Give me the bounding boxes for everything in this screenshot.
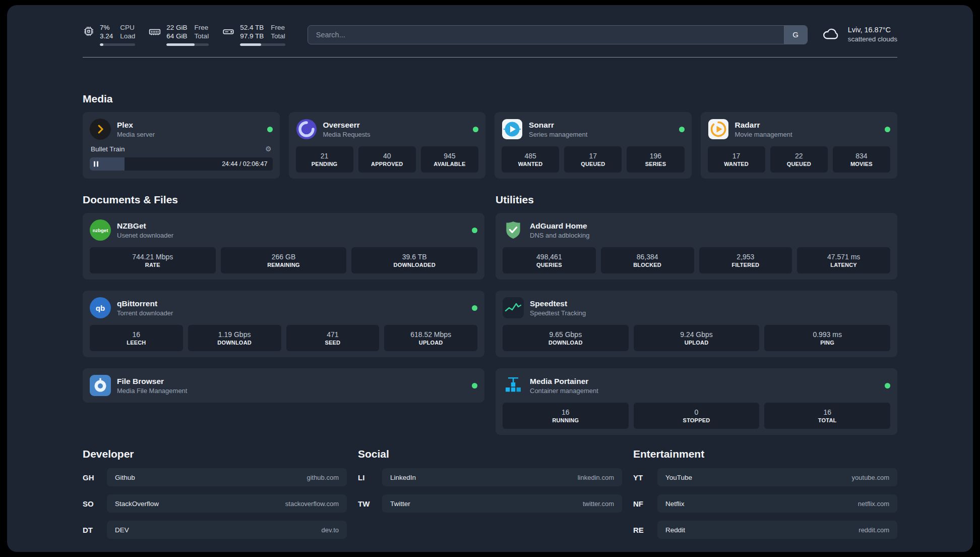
- bookmark-name: Netflix: [665, 500, 685, 508]
- service-card-speedtest[interactable]: Speedtest Speedtest Tracking 9.65 Gbps D…: [496, 291, 897, 357]
- stat-tile: 471 SEED: [286, 325, 380, 351]
- stat-label: STOPPED: [683, 417, 710, 423]
- service-subtitle: Media File Management: [117, 386, 187, 395]
- search-provider-button[interactable]: G: [784, 26, 807, 44]
- status-dot: [472, 228, 477, 233]
- memory-free-value: 22 GiB: [166, 23, 187, 32]
- bookmark-link-reddit[interactable]: Reddit reddit.com: [657, 521, 897, 539]
- bookmark-stackoverflow: SO StackOverflow stackoverflow.com: [83, 494, 347, 513]
- stat-tile: 21 PENDING: [296, 146, 353, 173]
- stat-tile: 9.24 Gbps UPLOAD: [634, 325, 760, 351]
- stat-label: APPROVED: [371, 161, 403, 167]
- gear-icon[interactable]: ⚙: [265, 145, 272, 153]
- stat-value: 86,384: [637, 253, 658, 261]
- memory-progress-track: [166, 43, 209, 46]
- search-input[interactable]: [308, 26, 784, 44]
- service-subtitle: Series management: [529, 130, 587, 139]
- bookmark-name: Reddit: [665, 526, 685, 534]
- cpu-usage: 7%: [100, 23, 113, 32]
- section-title-media: Media: [83, 93, 897, 105]
- bookmark-dev: DT DEV dev.to: [83, 521, 347, 539]
- pause-button[interactable]: [94, 161, 98, 167]
- section-utilities: Utilities AdGuard Home: [496, 194, 897, 435]
- plex-icon: [90, 119, 111, 140]
- memory-monitor: 22 GiB 64 GiB Free Total: [148, 23, 209, 46]
- overseerr-icon: [296, 119, 317, 140]
- bookmark-abbr: LI: [358, 473, 382, 482]
- bookmark-link-dev[interactable]: DEV dev.to: [107, 521, 347, 539]
- service-card-nzbget[interactable]: nzbget NZBGet Usenet downloader 744.21 M…: [83, 213, 484, 280]
- stat-value: 9.65 Gbps: [549, 330, 582, 339]
- service-card-portainer[interactable]: Media Portainer Container management 16 …: [496, 368, 897, 435]
- memory-progress-fill: [166, 43, 194, 46]
- service-subtitle: Usenet downloader: [117, 231, 173, 240]
- bookmark-link-stackoverflow[interactable]: StackOverflow stackoverflow.com: [107, 494, 347, 513]
- bookmark-group-social: Social LI LinkedIn linkedin.com TW Twitt…: [358, 448, 622, 539]
- bookmark-name: Github: [115, 474, 135, 481]
- stat-value: 9.24 Gbps: [680, 330, 713, 339]
- bookmark-github: GH Github github.com: [83, 468, 347, 486]
- bookmark-name: Twitter: [390, 500, 410, 508]
- bookmark-name: LinkedIn: [390, 474, 416, 481]
- bookmark-link-netflix[interactable]: Netflix netflix.com: [657, 494, 897, 513]
- cpu-progress-fill: [100, 43, 103, 46]
- service-name: Plex: [117, 120, 155, 130]
- service-card-adguard[interactable]: AdGuard Home DNS and adblocking 498,461 …: [496, 213, 897, 280]
- topbar: 7% 3.24 CPU Load: [83, 5, 897, 46]
- stat-label: REMAINING: [267, 262, 300, 268]
- service-card-overseerr[interactable]: Overseerr Media Requests 21 PENDING 40 A…: [289, 112, 486, 179]
- service-name: Speedtest: [530, 299, 586, 308]
- bookmark-group-entertainment: Entertainment YT YouTube youtube.com NF …: [633, 448, 897, 539]
- stat-value: 1.19 Gbps: [218, 330, 251, 339]
- memory-total-label: Total: [195, 32, 209, 40]
- section-title-documents: Documents & Files: [83, 194, 484, 206]
- stat-value: 16: [823, 408, 831, 416]
- stat-label: PING: [820, 340, 834, 346]
- stat-value: 0.993 ms: [813, 330, 842, 339]
- service-name: NZBGet: [117, 221, 173, 231]
- weather-condition: scattered clouds: [848, 35, 897, 44]
- weather-location: Lviv, 16.87°C: [848, 25, 897, 35]
- cpu-load-label: Load: [120, 32, 135, 40]
- sonarr-icon: [502, 119, 523, 140]
- service-subtitle: Container management: [530, 386, 598, 395]
- service-card-sonarr[interactable]: Sonarr Series management 485 WANTED 17 Q…: [495, 112, 692, 179]
- service-name: File Browser: [117, 376, 187, 386]
- bookmark-url: reddit.com: [859, 526, 889, 534]
- service-card-plex[interactable]: Plex Media server Bullet Train ⚙: [83, 112, 280, 179]
- bookmark-link-twitter[interactable]: Twitter twitter.com: [382, 494, 622, 513]
- search-bar: G: [308, 25, 808, 44]
- cpu-load-value: 3.24: [100, 32, 113, 40]
- service-card-radarr[interactable]: Radarr Movie management 17 WANTED 22 QUE…: [701, 112, 898, 179]
- disk-free-value: 52.4 TB: [240, 23, 264, 32]
- stat-value: 0: [695, 408, 699, 416]
- stat-label: UPLOAD: [685, 340, 709, 346]
- section-title-developer: Developer: [83, 448, 347, 460]
- stat-value: 39.6 TB: [402, 253, 427, 261]
- stat-tile: 618.52 Mbps UPLOAD: [384, 325, 477, 351]
- stat-tile: 196 SERIES: [627, 146, 684, 173]
- stat-label: QUEUED: [787, 161, 811, 167]
- service-subtitle: Movie management: [735, 130, 792, 139]
- stat-label: RUNNING: [552, 417, 579, 423]
- service-name: Media Portainer: [530, 376, 598, 386]
- bookmark-abbr: RE: [633, 526, 657, 534]
- stat-tile: 16 TOTAL: [764, 403, 890, 429]
- bookmark-link-linkedin[interactable]: LinkedIn linkedin.com: [382, 468, 622, 486]
- topbar-divider: [83, 57, 897, 58]
- stat-tile: 0.993 ms PING: [764, 325, 890, 351]
- playback-progress-bar[interactable]: 24:44 / 02:06:47: [90, 157, 273, 171]
- stat-label: DOWNLOAD: [548, 340, 583, 346]
- bookmark-link-github[interactable]: Github github.com: [107, 468, 347, 486]
- stat-label: SERIES: [645, 161, 666, 167]
- stat-tile: 17 WANTED: [708, 146, 765, 173]
- stat-value: 21: [321, 152, 329, 160]
- stat-label: DOWNLOAD: [217, 340, 252, 346]
- memory-icon: [148, 25, 161, 40]
- service-card-filebrowser[interactable]: File Browser Media File Management: [83, 368, 484, 403]
- stat-label: MOVIES: [850, 161, 873, 167]
- bookmark-url: github.com: [307, 474, 339, 481]
- bookmark-link-youtube[interactable]: YouTube youtube.com: [657, 468, 897, 486]
- service-card-qbittorrent[interactable]: qb qBittorrent Torrent downloader 16 LEE…: [83, 291, 484, 357]
- stat-tile: 834 MOVIES: [833, 146, 890, 173]
